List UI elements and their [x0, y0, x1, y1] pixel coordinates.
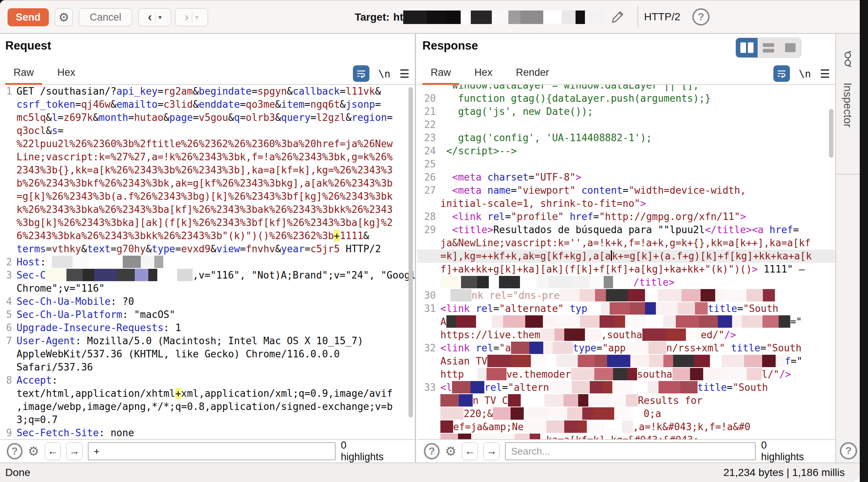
code-line: 2343%3b{},kk=a[k%26%2343%3b%26%2343%3b],…	[0, 164, 415, 177]
redacted-block	[659, 381, 680, 393]
history-forward-button[interactable]: › ▾	[175, 8, 208, 26]
layout-rows-button[interactable]	[758, 38, 779, 57]
redacted-block	[571, 276, 590, 288]
code-line: 1GET /southasian/?api_key=rg2am&begindat…	[0, 85, 415, 98]
search-prev-button[interactable]: ←	[45, 442, 61, 460]
tab-raw[interactable]: Raw	[5, 63, 42, 84]
search-help-icon[interactable]: ?	[424, 443, 440, 459]
redacted-block	[100, 256, 123, 268]
code-line: 2Host:	[0, 256, 415, 269]
divider	[637, 6, 638, 28]
redacted-block	[600, 315, 615, 328]
code-line: ,image/webp,image/apng,*/*;q=0.8,applica…	[0, 400, 415, 413]
redacted-block	[141, 256, 154, 268]
search-settings-icon[interactable]: ⚙	[445, 444, 456, 459]
help-icon[interactable]: ?	[692, 8, 710, 26]
response-search-input[interactable]	[505, 442, 756, 460]
redacted-block	[675, 276, 695, 288]
redacted-block	[567, 407, 582, 420]
layout-columns-button[interactable]	[736, 38, 758, 57]
search-prev-button[interactable]: ←	[462, 442, 478, 460]
search-next-button[interactable]: →	[483, 442, 500, 460]
word-wrap-icon[interactable]	[773, 65, 790, 82]
redacted-block	[604, 276, 613, 288]
redacted-block	[440, 276, 461, 288]
redacted-block	[123, 256, 141, 268]
response-editor[interactable]: window.dataLayer = window.dataLayer || […	[417, 85, 835, 439]
send-button[interactable]: Send	[8, 8, 49, 26]
redacted-block	[612, 381, 632, 393]
redacted-block	[157, 269, 177, 281]
redacted-block	[549, 381, 572, 393]
response-panel: Response Raw Hex Render \n ☰	[417, 34, 836, 462]
redacted-block	[732, 315, 742, 328]
tab-render[interactable]: Render	[508, 63, 558, 84]
code-line: httpve.themodersouthal/"/>	[417, 368, 835, 381]
code-line: 25	[417, 158, 835, 171]
redacted-block	[458, 434, 471, 439]
redacted-block	[495, 434, 515, 439]
redacted-block	[451, 289, 472, 301]
code-line: 9Sec-Fetch-Site: none	[0, 426, 415, 439]
search-help-icon[interactable]: ?	[7, 443, 23, 459]
target-area: Target: ht	[355, 8, 625, 26]
redacted-block	[746, 289, 763, 301]
code-line: csrf_token=qj46w&emailto=c3lid&enddate=q…	[0, 98, 415, 111]
search-settings-icon[interactable]: ⚙	[28, 444, 39, 459]
redacted-block	[594, 368, 613, 380]
inspector-help-icon[interactable]: ?	[840, 442, 857, 459]
request-editor[interactable]: 1GET /southasian/?api_key=rg2am&begindat…	[0, 85, 415, 439]
code-line: 30nk rel="dns-pre	[417, 289, 835, 302]
forward-dropdown-icon[interactable]: ▾	[192, 14, 202, 21]
status-metrics-label: 21,234 bytes | 1,186 millis	[723, 467, 860, 479]
redacted-block	[663, 315, 676, 328]
response-scrollbar[interactable]	[829, 109, 833, 158]
editor-menu-icon[interactable]: ☰	[399, 67, 410, 80]
code-line: =k],kg=++kf+k,ak=g[kf+kg],a[ak+=g[k]+(a.…	[417, 250, 835, 263]
back-dropdown-icon[interactable]: ▾	[155, 14, 166, 21]
cancel-button[interactable]: Cancel	[79, 8, 132, 26]
history-back-button[interactable]: ‹ ▾	[138, 8, 171, 26]
redacted-block	[680, 381, 698, 393]
code-line: 22	[417, 118, 835, 131]
newline-toggle-icon[interactable]: \n	[378, 68, 391, 80]
redacted-block	[695, 302, 708, 315]
word-wrap-icon[interactable]	[353, 65, 369, 82]
redacted-block	[529, 342, 543, 354]
code-line: 33<lrel="alterntitle="South	[417, 381, 835, 394]
redacted-block	[776, 355, 785, 367]
layout-single-button[interactable]	[779, 38, 801, 57]
edit-target-pencil-icon[interactable]	[610, 9, 625, 26]
code-line: Line;vascript:k=%27%27,a=!k%26%2343%3bk,…	[0, 151, 415, 164]
redacted-block	[578, 420, 587, 433]
code-line: 3Sec-C,v="116", "Not)A;Brand";v="24", "G…	[0, 269, 415, 282]
redacted-block	[556, 355, 578, 367]
code-line: Asian TVf="	[417, 355, 835, 368]
newline-toggle-icon[interactable]: \n	[799, 68, 811, 80]
redacted-block	[148, 269, 157, 281]
redacted-block	[177, 269, 193, 281]
code-line: Chrome";v="116"	[0, 282, 415, 295]
request-search-input[interactable]	[88, 442, 336, 460]
redacted-block	[461, 11, 471, 24]
http-version-label[interactable]: HTTP/2	[644, 11, 680, 23]
redacted-block	[727, 368, 747, 380]
redacted-block	[440, 394, 459, 407]
request-scrollbar[interactable]	[408, 87, 413, 417]
status-bar: Done 21,234 bytes | 1,186 millis	[0, 462, 860, 482]
tab-raw[interactable]: Raw	[422, 63, 459, 84]
tab-hex[interactable]: Hex	[49, 63, 83, 84]
redacted-block	[747, 368, 762, 380]
redacted-block	[642, 328, 666, 341]
tab-hex[interactable]: Hex	[466, 63, 500, 84]
redacted-block	[487, 368, 506, 380]
inspector-tab[interactable]: Inspector	[836, 34, 860, 175]
request-settings-button[interactable]: ⚙	[55, 8, 73, 26]
search-next-button[interactable]: →	[66, 442, 83, 460]
redacted-block	[645, 289, 658, 301]
code-line: initial-scale=1, shrink-to-fit=no">	[417, 197, 835, 210]
redacted-block	[571, 368, 594, 380]
redacted-block	[89, 256, 100, 268]
request-title: Request	[5, 39, 51, 53]
editor-menu-icon[interactable]: ☰	[820, 67, 830, 80]
